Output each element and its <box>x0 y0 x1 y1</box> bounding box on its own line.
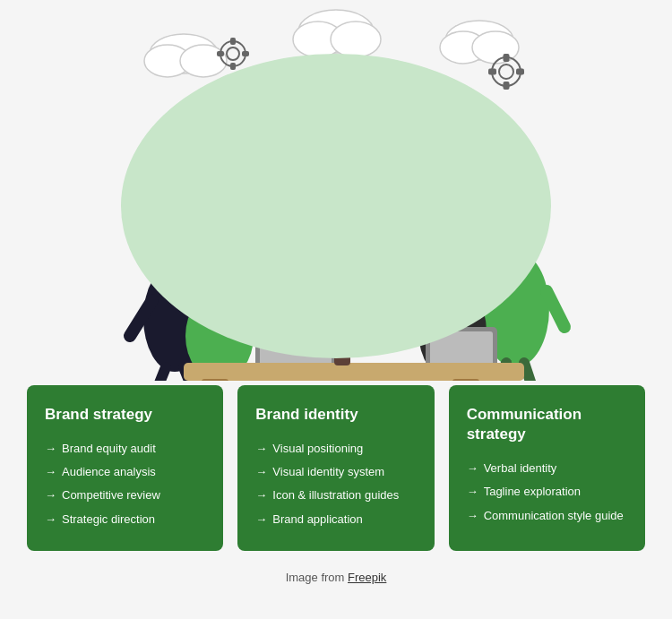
svg-rect-18 <box>504 82 510 90</box>
green-blob <box>121 54 551 358</box>
list-item: Strategic direction <box>45 508 205 531</box>
footer: Image from Freepik <box>0 560 672 591</box>
svg-rect-20 <box>488 69 496 75</box>
list-item: Visual identity system <box>255 460 416 484</box>
list-item: Brand application <box>255 508 416 531</box>
svg-point-16 <box>499 64 513 79</box>
brand-identity-card: Brand identity Visual positioning Visual… <box>237 385 434 551</box>
svg-rect-13 <box>242 51 249 56</box>
list-item: Tagline exploration <box>467 480 627 503</box>
list-item: Competitive review <box>45 484 205 507</box>
communication-strategy-list: Verbal identity Tagline exploration Comm… <box>467 457 627 528</box>
brand-strategy-list: Brand equity audit Audience analysis Com… <box>45 437 205 531</box>
svg-rect-12 <box>230 63 236 70</box>
brand-strategy-card: Brand strategy Brand equity audit Audien… <box>27 385 223 551</box>
list-item: Communication style guide <box>467 504 627 528</box>
svg-point-2 <box>180 45 227 77</box>
svg-rect-11 <box>230 38 236 45</box>
svg-rect-73 <box>202 379 228 381</box>
list-item: Visual positioning <box>255 437 416 460</box>
cloud-left <box>144 34 227 77</box>
cards-area: Brand strategy Brand equity audit Audien… <box>0 385 672 560</box>
svg-rect-19 <box>516 69 524 75</box>
cloud-center <box>293 10 381 57</box>
list-item: Verbal identity <box>467 457 627 480</box>
svg-rect-17 <box>504 54 510 62</box>
brand-strategy-title: Brand strategy <box>45 405 205 425</box>
svg-line-48 <box>157 367 166 381</box>
brand-identity-title: Brand identity <box>255 405 416 425</box>
brand-identity-list: Visual positioning Visual identity syste… <box>255 437 416 531</box>
svg-line-65 <box>524 363 533 381</box>
list-item: Brand equity audit <box>45 437 205 460</box>
illustration-area: CSS </> C++ PHP <box>0 0 672 385</box>
svg-rect-14 <box>217 51 224 56</box>
communication-strategy-title: Communication strategy <box>467 405 627 444</box>
footer-text: Image from <box>286 571 348 584</box>
page-wrapper: CSS </> C++ PHP <box>0 0 672 591</box>
svg-line-63 <box>547 291 564 327</box>
svg-point-8 <box>331 21 381 57</box>
svg-rect-74 <box>452 379 479 381</box>
list-item: Audience analysis <box>45 460 205 484</box>
freepik-link[interactable]: Freepik <box>348 571 386 584</box>
svg-point-10 <box>227 47 239 60</box>
svg-rect-72 <box>184 363 524 381</box>
communication-strategy-card: Communication strategy Verbal identity T… <box>449 385 645 551</box>
list-item: Icon & illustration guides <box>255 484 416 507</box>
